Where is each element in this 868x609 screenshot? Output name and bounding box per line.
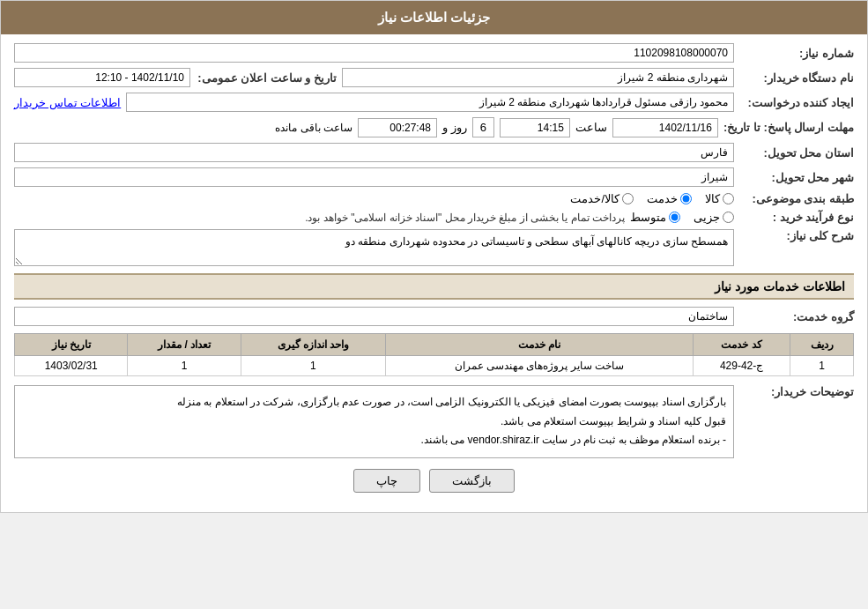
category-option-kala-khedmat: کالا/خدمت [570,192,634,205]
cell-code: ج-42-429 [693,356,790,376]
back-button[interactable]: بازگشت [429,469,515,493]
table-row: 1 ج-42-429 ساخت سایر پروژه‌های مهندسی عم… [15,356,854,376]
process-label: نوع فرآیند خرید : [739,211,854,224]
category-row: طبقه بندی موضوعی: کالا خدمت کالا/خدمت [14,192,854,205]
category-radio-kala[interactable] [723,193,734,204]
category-label: طبقه بندی موضوعی: [739,192,854,205]
print-button[interactable]: چاپ [353,469,420,493]
creator-row: ایجاد کننده درخواست: محمود رازقی مسئول ق… [14,93,854,112]
announce-date-value: 1402/11/10 - 12:10 [14,68,190,87]
process-option-jozi: جزیی [694,211,734,224]
col-header-name: نام خدمت [386,334,694,356]
buyer-notes-line: قبول کلیه اسناد و شرایط بپیوست استعلام م… [22,412,726,432]
buyer-org-row: نام دستگاه خریدار: شهرداری منطقه 2 شیراز… [14,68,854,87]
buyer-notes-line: - برنده استعلام موظف به ثبت نام در سایت … [22,431,726,450]
cell-rownum: 1 [790,356,854,376]
announce-date-label: تاریخ و ساعت اعلان عمومی: [196,71,337,85]
category-khedmat-label: خدمت [647,192,678,205]
days-label: روز و [442,121,467,134]
remaining-time-value: 00:27:48 [358,118,437,137]
process-radio-motavasset[interactable] [669,212,680,223]
category-option-khedmat: خدمت [647,192,692,205]
services-section-title: اطلاعات خدمات مورد نیاز [14,273,854,300]
contact-link[interactable]: اطلاعات تماس خریدار [14,96,121,109]
reply-time-value: 14:15 [500,118,570,137]
cell-date: 1403/02/31 [15,356,128,376]
process-row: نوع فرآیند خرید : جزیی متوسط پرداخت تمام… [14,211,854,224]
general-desc-row: شرح کلی نیاز: [14,229,854,266]
buyer-notes-row: توضیحات خریدار: بارگزاری اسناد بپیوست بص… [14,385,854,458]
process-radio-jozi[interactable] [723,212,734,223]
category-radio-khedmat[interactable] [680,193,692,204]
creator-value: محمود رازقی مسئول قراردادها شهرداری منطق… [126,93,734,112]
province-row: استان محل تحویل: فارس [14,143,854,162]
service-group-label: گروه خدمت: [739,310,854,323]
button-row: بازگشت چاپ [14,469,854,493]
col-header-rownum: ردیف [790,334,854,356]
remaining-time-label: ساعت باقی مانده [275,122,352,134]
table-header-row: ردیف کد خدمت نام خدمت واحد اندازه گیری ت… [15,334,854,356]
cell-quantity: 1 [128,356,241,376]
buyer-org-value: شهرداری منطقه 2 شیراز [342,68,734,87]
page-wrapper: جزئیات اطلاعات نیاز شماره نیاز: 11020981… [0,0,868,513]
process-radio-group: جزیی متوسط [630,211,734,224]
city-label: شهر محل تحویل: [739,171,854,184]
process-option-motavasset: متوسط [630,211,680,224]
reply-deadline-row: مهلت ارسال پاسخ: تا تاریخ: 1402/11/16 سا… [14,117,854,137]
category-radio-group: کالا خدمت کالا/خدمت [570,192,734,205]
page-title: جزئیات اطلاعات نیاز [378,10,490,25]
process-motavasset-label: متوسط [630,211,666,224]
col-header-qty: تعداد / مقدار [128,334,241,356]
need-number-row: شماره نیاز: 1102098108000070 [14,43,854,63]
category-kala-khedmat-label: کالا/خدمت [570,192,619,205]
days-value: 6 [472,117,494,137]
content-area: شماره نیاز: 1102098108000070 نام دستگاه … [1,34,867,512]
service-group-row: گروه خدمت: ساختمان [14,307,854,326]
city-value: شیراز [14,167,734,187]
general-desc-textarea[interactable] [14,229,734,266]
buyer-notes-line: بارگزاری اسناد بپیوست بصورت امضای فیزیکی… [22,393,726,412]
reply-date-value: 1402/11/16 [612,118,718,137]
services-table: ردیف کد خدمت نام خدمت واحد اندازه گیری ت… [14,333,854,376]
col-header-date: تاریخ نیاز [15,334,128,356]
page-header: جزئیات اطلاعات نیاز [1,1,867,34]
category-option-kala: کالا [705,192,734,205]
need-number-label: شماره نیاز: [739,47,854,60]
service-group-value: ساختمان [14,307,734,326]
reply-time-label: ساعت [575,121,607,134]
process-description: پرداخت تمام یا بخشی از مبلغ خریدار محل "… [14,212,625,224]
buyer-notes-content: بارگزاری اسناد بپیوست بصورت امضای فیزیکی… [14,385,734,458]
category-radio-kala-khedmat[interactable] [622,193,634,204]
city-row: شهر محل تحویل: شیراز [14,167,854,187]
province-value: فارس [14,143,734,162]
category-kala-label: کالا [705,192,720,205]
reply-deadline-label: مهلت ارسال پاسخ: تا تاریخ: [723,121,854,134]
col-header-code: کد خدمت [693,334,790,356]
col-header-unit: واحد اندازه گیری [241,334,385,356]
cell-name: ساخت سایر پروژه‌های مهندسی عمران [386,356,694,376]
creator-label: ایجاد کننده درخواست: [739,96,854,109]
province-label: استان محل تحویل: [739,146,854,160]
buyer-notes-label: توضیحات خریدار: [739,385,854,398]
general-desc-label: شرح کلی نیاز: [739,229,854,242]
cell-unit: 1 [241,356,385,376]
need-number-value: 1102098108000070 [14,43,734,63]
process-jozi-label: جزیی [694,211,720,224]
buyer-org-label: نام دستگاه خریدار: [739,71,854,85]
